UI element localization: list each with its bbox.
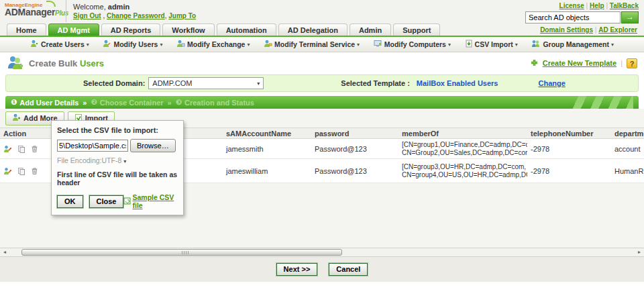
- col-header-samaccountname: sAMAccountName: [223, 130, 311, 138]
- license-link[interactable]: License: [559, 2, 584, 9]
- tab-workflow[interactable]: Workflow: [162, 23, 214, 36]
- modify-terminal-service-icon: [264, 40, 272, 49]
- menu-modify-terminal-service[interactable]: Modify Terminal Service▾: [264, 40, 360, 49]
- pipe-divider: |: [606, 2, 608, 9]
- browse-button[interactable]: Browse…: [130, 139, 176, 152]
- menu-label: Group Management: [543, 40, 609, 48]
- domain-settings-link[interactable]: Domain Settings: [540, 26, 593, 34]
- tab-support[interactable]: Support: [393, 23, 440, 36]
- next-button[interactable]: Next >>: [276, 263, 318, 276]
- chevron-down-icon: ▾: [247, 42, 250, 48]
- copy-icon[interactable]: [17, 167, 25, 175]
- tab-ad-mgmt[interactable]: AD Mgmt: [48, 23, 99, 36]
- menu-label: CSV Import: [475, 40, 513, 48]
- menu-csv-import[interactable]: CSV Import▾: [465, 40, 518, 49]
- close-button[interactable]: Close: [89, 195, 124, 208]
- sample-csv-file-link[interactable]: Sample CSV file: [132, 193, 178, 209]
- col-header-telephonenumber: telephoneNumber: [527, 130, 611, 138]
- file-encoding-dropdown[interactable]: File Encoding:UTF-8 ▾: [57, 156, 178, 164]
- menu-modify-users[interactable]: Modify Users▾: [103, 40, 162, 49]
- help-link[interactable]: Help: [590, 2, 604, 9]
- delete-icon[interactable]: [31, 167, 38, 175]
- selected-domain-label: Selected Domain:: [83, 79, 145, 87]
- tab-ad-reports[interactable]: AD Reports: [101, 23, 161, 36]
- step-label: Choose Container: [100, 99, 164, 107]
- memberof-line: [CN=group3,OU=HR,DC=admp,DC=com,: [402, 163, 524, 171]
- step-number: ❶: [11, 98, 17, 107]
- step-creation-and-status: ❸ Creation and Status: [176, 98, 254, 107]
- modify-exchange-icon: [176, 40, 185, 49]
- modify-users-icon: [103, 40, 111, 49]
- tab-automation[interactable]: Automation: [217, 23, 276, 36]
- edit-user-icon[interactable]: [3, 167, 12, 175]
- chevron-down-icon: ▾: [357, 42, 360, 48]
- search-button[interactable]: →: [621, 11, 639, 23]
- search-input[interactable]: [525, 11, 621, 23]
- edit-user-icon[interactable]: [3, 145, 12, 153]
- dialog-title: Select the CSV file to import:: [57, 126, 178, 134]
- selected-domain-select[interactable]: ADMP.COM ▾: [148, 77, 264, 89]
- jump-to-link[interactable]: Jump To: [168, 12, 196, 19]
- bulk-users-icon: [7, 56, 24, 71]
- page-title-accent: Users: [80, 58, 104, 68]
- col-header-password: password: [311, 130, 398, 138]
- change-password-link[interactable]: Change Password: [107, 12, 165, 19]
- horizontal-scrollbar[interactable]: ◂ ▸: [0, 248, 644, 257]
- tab-home[interactable]: Home: [7, 23, 46, 36]
- tab-admin[interactable]: Admin: [350, 23, 391, 36]
- cancel-button[interactable]: Cancel: [329, 263, 368, 276]
- selected-domain-value: ADMP.COM: [152, 79, 192, 87]
- page-title: Create Bulk Users: [29, 58, 104, 68]
- col-header-memberof: memberOf: [398, 130, 527, 138]
- sign-out-link[interactable]: Sign Out: [73, 12, 101, 19]
- tab-ad-delegation[interactable]: AD Delegation: [278, 23, 347, 36]
- plus-icon: [530, 58, 539, 68]
- menu-modify-computers[interactable]: Modify Computers▾: [374, 40, 451, 49]
- main-content: Add More Import Action sAMAccountName pa…: [0, 109, 644, 282]
- talkback-link[interactable]: TalkBack: [610, 2, 639, 9]
- create-new-template-link[interactable]: Create New Template: [543, 59, 616, 67]
- chevron-down-icon: ▾: [160, 42, 162, 48]
- menu-label: Modify Users: [113, 40, 158, 48]
- col-header-department: department: [611, 130, 644, 138]
- scrollbar-thumb[interactable]: [21, 249, 342, 256]
- memberof-line: CN=group4,OU=US,OU=HR,DC=admp,DC=com]: [402, 171, 524, 179]
- csv-import-dialog: Select the CSV file to import: Browse… F…: [51, 120, 184, 215]
- chevron-down-icon: ▾: [611, 42, 614, 48]
- menu-label: Create Users: [41, 40, 85, 48]
- cell-department: account: [611, 145, 644, 153]
- sample-csv-icon: [123, 197, 131, 206]
- help-button[interactable]: ?: [627, 58, 637, 68]
- csv-header-note: First line of CSV file will be taken as …: [57, 170, 178, 187]
- file-encoding-label: File Encoding:UTF-8: [57, 156, 121, 164]
- delete-icon[interactable]: [31, 145, 38, 153]
- top-header: ManageEngine ADManagerPlus Welcome, admi…: [0, 0, 644, 52]
- pipe-divider: |: [621, 59, 623, 67]
- brand-main: ADManager: [5, 7, 55, 17]
- menu-create-users[interactable]: Create Users▾: [30, 40, 89, 49]
- menu-label: Modify Exchange: [187, 40, 245, 48]
- ad-explorer-link[interactable]: AD Explorer: [598, 26, 637, 34]
- username: admin: [108, 3, 129, 11]
- chevron-down-icon: ▾: [448, 42, 451, 48]
- welcome-label: Welcome,: [73, 3, 106, 11]
- cell-password: Password@123: [311, 167, 398, 175]
- step-number: ❷: [91, 98, 97, 107]
- step-label: Add User Details: [19, 99, 78, 107]
- step-number: ❸: [176, 98, 182, 107]
- cell-department: HumanR: [611, 167, 644, 175]
- cell-samaccountname: jameswilliam: [223, 167, 311, 175]
- change-template-link[interactable]: Change: [538, 79, 565, 87]
- csv-file-input[interactable]: [57, 140, 128, 152]
- step-choose-container: ❷ Choose Container: [91, 98, 163, 107]
- footer-actions: Next >> Cancel: [0, 257, 644, 282]
- menu-group-management[interactable]: Group Management▾: [531, 40, 614, 49]
- scroll-left-arrow[interactable]: ◂: [1, 249, 8, 256]
- scroll-right-arrow[interactable]: ▸: [636, 249, 643, 256]
- modify-computers-icon: [374, 40, 382, 49]
- copy-icon[interactable]: [17, 145, 25, 153]
- ok-button[interactable]: OK: [57, 195, 83, 208]
- selected-template-value: MailBox Enabled Users: [417, 79, 498, 87]
- app-logo: ManageEngine ADManagerPlus: [0, 0, 66, 22]
- menu-modify-exchange[interactable]: Modify Exchange▾: [176, 40, 250, 49]
